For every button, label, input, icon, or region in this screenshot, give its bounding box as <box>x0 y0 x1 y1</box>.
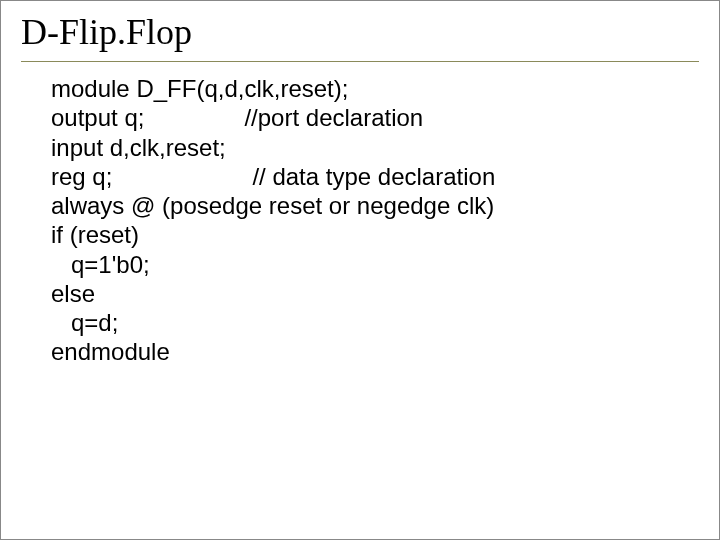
code-block: module D_FF(q,d,clk,reset); output q; //… <box>21 72 699 367</box>
code-line: endmodule <box>51 337 699 366</box>
slide-title: D-Flip.Flop <box>21 11 699 62</box>
code-line: q=1'b0; <box>51 250 699 279</box>
code-line: always @ (posedge reset or negedge clk) <box>51 191 699 220</box>
code-line: if (reset) <box>51 220 699 249</box>
code-line: module D_FF(q,d,clk,reset); <box>51 74 699 103</box>
code-line: output q; //port declaration <box>51 103 699 132</box>
code-line: q=d; <box>51 308 699 337</box>
slide: D-Flip.Flop module D_FF(q,d,clk,reset); … <box>1 1 719 539</box>
code-line: else <box>51 279 699 308</box>
code-line: input d,clk,reset; <box>51 133 699 162</box>
code-line: reg q; // data type declaration <box>51 162 699 191</box>
